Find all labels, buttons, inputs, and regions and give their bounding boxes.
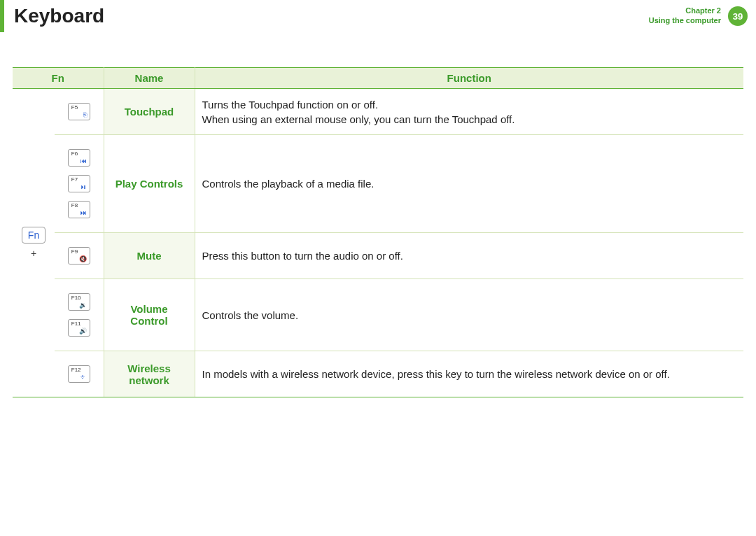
name-touchpad: Touchpad [104, 89, 195, 135]
function-volume: Controls the volume. [195, 279, 743, 351]
prev-icon: ⏮ [71, 158, 87, 164]
header-function: Function [195, 68, 743, 89]
key-cell: F12ᯤ [55, 351, 104, 397]
key-f8: F8⏭ [68, 201, 90, 218]
page-header: Keyboard Chapter 2 Using the computer 39 [0, 0, 756, 32]
key-f6: F6⏮ [68, 149, 90, 167]
plus-icon: + [28, 248, 39, 259]
table-row: F6⏮ F7⏯ F8⏭ Play Controls Controls the p… [13, 135, 743, 233]
voldown-icon: 🔉 [71, 302, 87, 309]
name-mute: Mute [104, 233, 195, 279]
table-row: F9🔇 Mute Press this button to turn the a… [13, 233, 743, 279]
header-fn: Fn [13, 68, 104, 89]
function-playcontrols: Controls the playback of a media file. [195, 135, 743, 233]
page-number-badge: 39 [728, 6, 748, 26]
fn-combo-cell: Fn+ [13, 89, 55, 397]
chapter-line2: Using the computer [649, 16, 721, 26]
chapter-text: Chapter 2 Using the computer [649, 6, 721, 26]
next-icon: ⏭ [71, 210, 87, 216]
playpause-icon: ⏯ [71, 184, 87, 190]
touchpad-icon: ⎘ [71, 112, 87, 118]
name-playcontrols: Play Controls [104, 135, 195, 233]
fn-key: Fn [22, 227, 46, 244]
content-area: Fn Name Function Fn+ F5⎘ Touchpad Turns … [0, 32, 756, 397]
name-wireless: Wireless network [104, 351, 195, 397]
page-title: Keyboard [4, 5, 104, 27]
function-wireless: In models with a wireless network device… [195, 351, 743, 397]
key-cell: F9🔇 [55, 233, 104, 279]
function-mute: Press this button to turn the audio on o… [195, 233, 743, 279]
key-f11: F11🔊 [68, 319, 90, 337]
chapter-info: Chapter 2 Using the computer 39 [649, 6, 748, 26]
name-volume: Volume Control [104, 279, 195, 351]
key-f10: F10🔉 [68, 293, 90, 311]
table-row: Fn+ F5⎘ Touchpad Turns the Touchpad func… [13, 89, 743, 135]
key-cell: F10🔉 F11🔊 [55, 279, 104, 351]
table-row: F10🔉 F11🔊 Volume Control Controls the vo… [13, 279, 743, 351]
mute-icon: 🔇 [71, 256, 87, 262]
table-row: F12ᯤ Wireless network In models with a w… [13, 351, 743, 397]
function-touchpad: Turns the Touchpad function on or off. W… [195, 89, 743, 135]
chapter-line1: Chapter 2 [649, 6, 721, 16]
header-name: Name [104, 68, 195, 89]
key-f5: F5⎘ [68, 103, 90, 120]
key-cell: F6⏮ F7⏯ F8⏭ [55, 135, 104, 233]
key-f9: F9🔇 [68, 247, 90, 265]
key-cell: F5⎘ [55, 89, 104, 135]
key-f7: F7⏯ [68, 175, 90, 192]
key-f12: F12ᯤ [68, 365, 90, 383]
wifi-icon: ᯤ [71, 374, 87, 381]
fn-key-table: Fn Name Function Fn+ F5⎘ Touchpad Turns … [13, 67, 743, 397]
volup-icon: 🔊 [71, 328, 87, 334]
